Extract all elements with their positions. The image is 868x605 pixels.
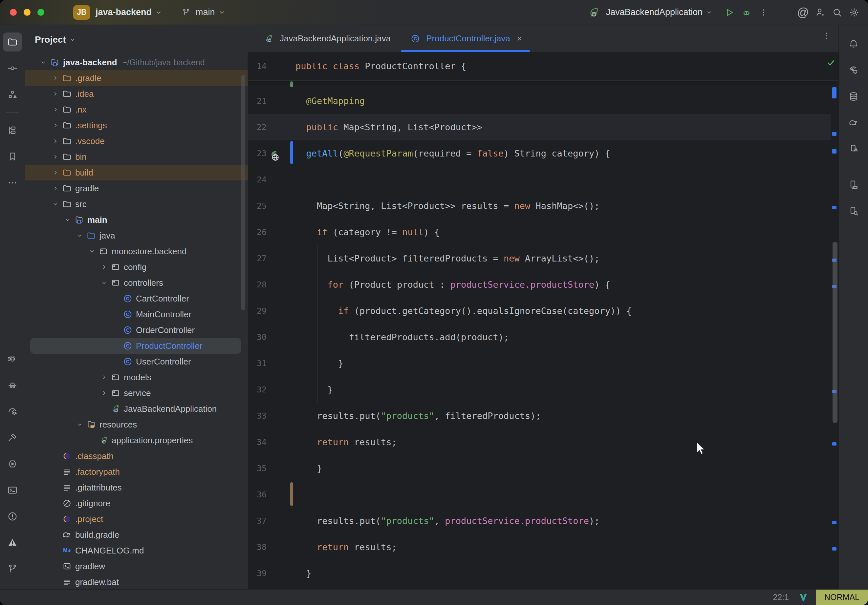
chevron-down-icon[interactable] — [99, 280, 109, 286]
editor-scrollbar-stripe[interactable] — [830, 53, 839, 589]
chevron-down-icon[interactable] — [69, 36, 76, 43]
code-line-24[interactable]: 24 — [248, 167, 839, 193]
chevron-down-icon[interactable] — [50, 201, 61, 207]
chevron-right-icon[interactable] — [50, 185, 61, 192]
vcs-change-stripe-mark[interactable] — [832, 547, 837, 551]
problems-icon[interactable] — [3, 507, 22, 526]
tab-javabackendapplication[interactable]: JavaBackendApplication.java — [253, 25, 400, 52]
tree-item--vscode[interactable]: .vscode — [25, 133, 248, 149]
tree-item-ordercontroller[interactable]: COrderController — [25, 322, 248, 338]
hierarchy-icon[interactable] — [3, 121, 22, 140]
chevron-right-icon[interactable] — [50, 122, 61, 128]
minimize-window-button[interactable] — [24, 9, 31, 16]
chevron-right-icon[interactable] — [50, 169, 61, 176]
commit-icon[interactable] — [3, 59, 22, 78]
tree-item-controllers[interactable]: controllers — [25, 275, 248, 291]
database-icon[interactable] — [844, 87, 863, 106]
chevron-right-icon[interactable] — [99, 374, 109, 381]
project-widget[interactable]: java-backend — [90, 7, 162, 17]
tree-item-changelog-md[interactable]: MCHANGELOG.md — [25, 543, 248, 559]
build-hammer-icon[interactable] — [3, 428, 22, 447]
vim-mode-badge[interactable]: NORMAL — [816, 590, 868, 605]
chevron-right-icon[interactable] — [50, 75, 61, 81]
run-configuration-selector[interactable]: JavaBackendApplication — [602, 7, 712, 17]
chevron-right-icon[interactable] — [50, 153, 61, 160]
code-line-34[interactable]: 34 return results; — [248, 429, 839, 455]
chevron-down-icon[interactable] — [87, 248, 97, 255]
code-line-21[interactable]: 21 @GetMapping — [248, 88, 839, 114]
tree-item-src[interactable]: src — [25, 196, 248, 212]
code-line-33[interactable]: 33 results.put("products", filteredProdu… — [248, 403, 839, 429]
vcs-change-stripe-mark[interactable] — [832, 521, 837, 524]
debug-button[interactable] — [738, 4, 755, 21]
editor-scrollbar-thumb[interactable] — [832, 242, 837, 423]
more-actions-kebab-icon[interactable] — [755, 4, 772, 21]
project-folder-icon[interactable] — [3, 32, 22, 51]
vcs-change-stripe-mark[interactable] — [832, 87, 837, 98]
code-line-29[interactable]: 29 if (product.getCategory().equalsIgnor… — [248, 298, 839, 324]
tree-item-resources[interactable]: resources — [25, 417, 248, 432]
tree-scrollbar[interactable] — [241, 75, 245, 310]
chevron-right-icon[interactable] — [50, 106, 61, 113]
warning-icon[interactable] — [3, 533, 22, 552]
code-line-38[interactable]: 38 return results; — [248, 534, 839, 560]
code-line-35[interactable]: 35 } — [248, 455, 839, 482]
chevron-right-icon[interactable] — [50, 138, 61, 144]
inspections-ok-check-icon[interactable] — [826, 58, 836, 69]
chevron-down-icon[interactable] — [38, 59, 49, 66]
chevron-right-icon[interactable] — [50, 91, 61, 97]
chevron-right-icon[interactable] — [99, 390, 109, 396]
tree-item-java[interactable]: java — [25, 228, 248, 243]
services-icon[interactable] — [3, 454, 22, 473]
code-line-39[interactable]: 39 } — [248, 560, 839, 586]
tree-item--gradle[interactable]: .gradle — [25, 70, 248, 86]
tree-item--classpath[interactable]: .classpath — [25, 448, 248, 464]
ai-assistant-icon[interactable] — [844, 61, 863, 80]
tree-item-service[interactable]: service — [25, 385, 248, 401]
code-line-36[interactable]: 36 — [248, 482, 839, 508]
tree-item-productcontroller[interactable]: CProductController — [30, 338, 241, 354]
code-line-30[interactable]: 30 filteredProducts.add(product); — [248, 324, 839, 350]
add-user-icon[interactable] — [812, 4, 829, 21]
code-line-32[interactable]: 32 } — [248, 377, 839, 403]
code-line-28[interactable]: 28 for (Product product : productService… — [248, 272, 839, 298]
tree-item-config[interactable]: config — [25, 259, 248, 275]
branch-widget[interactable]: main — [181, 4, 226, 21]
git-branch-icon[interactable] — [3, 559, 22, 579]
tree-item-cartcontroller[interactable]: CCartController — [25, 291, 248, 306]
tree-item--idea[interactable]: .idea — [25, 86, 248, 102]
code-line-25[interactable]: 25 Map<String, List<Product>> results = … — [248, 193, 839, 219]
tree-item-main[interactable]: main — [25, 212, 248, 228]
tree-item-monostore-backend[interactable]: monostore.backend — [25, 243, 248, 259]
more-icon[interactable] — [3, 173, 22, 192]
caret-position[interactable]: 22:1 — [773, 593, 789, 602]
code-line-26[interactable]: 26 if (category != null) { — [248, 219, 839, 245]
project-icon[interactable]: JB — [73, 5, 90, 20]
tree-item-gradlew[interactable]: gradlew — [25, 559, 248, 574]
tree-item--gitignore[interactable]: .gitignore — [25, 495, 248, 511]
tree-item-java-backend[interactable]: java-backend~/Github/java-backend — [25, 54, 248, 70]
chevron-down-icon[interactable] — [74, 421, 85, 428]
chevron-down-icon[interactable] — [74, 232, 85, 239]
tree-item-models[interactable]: models — [25, 370, 248, 385]
vcs-change-stripe-mark[interactable] — [832, 206, 837, 209]
sticky-line[interactable]: 14 public class ProductController { — [248, 53, 839, 81]
tree-item-application-properties[interactable]: application.properties — [25, 432, 248, 448]
tree-item--nx[interactable]: .nx — [25, 102, 248, 118]
device-manager-icon[interactable] — [844, 175, 863, 194]
notifications-bell-icon[interactable] — [844, 34, 863, 54]
tree-item-usercontroller[interactable]: CUserController — [25, 354, 248, 370]
code-line-31[interactable]: 31 } — [248, 350, 839, 377]
tab-productcontroller[interactable]: C ProductController.java × — [400, 25, 531, 52]
structure-icon[interactable] — [3, 85, 22, 104]
tree-item-gradle[interactable]: gradle — [25, 181, 248, 196]
settings-gear-icon[interactable] — [846, 4, 863, 21]
tree-item-gradlew-bat[interactable]: gradlew.bat — [25, 574, 248, 589]
device-explorer-icon[interactable] — [844, 201, 863, 220]
editor-options-kebab-icon[interactable] — [822, 31, 831, 41]
search-icon[interactable] — [829, 4, 846, 21]
code-line-23[interactable]: 23 getAll(@RequestParam(required = false… — [248, 141, 839, 167]
tree-item--factorypath[interactable]: .factorypath — [25, 464, 248, 480]
incognito-icon[interactable] — [3, 376, 22, 395]
tree-item-javabackendapplication[interactable]: JavaBackendApplication — [25, 401, 248, 417]
